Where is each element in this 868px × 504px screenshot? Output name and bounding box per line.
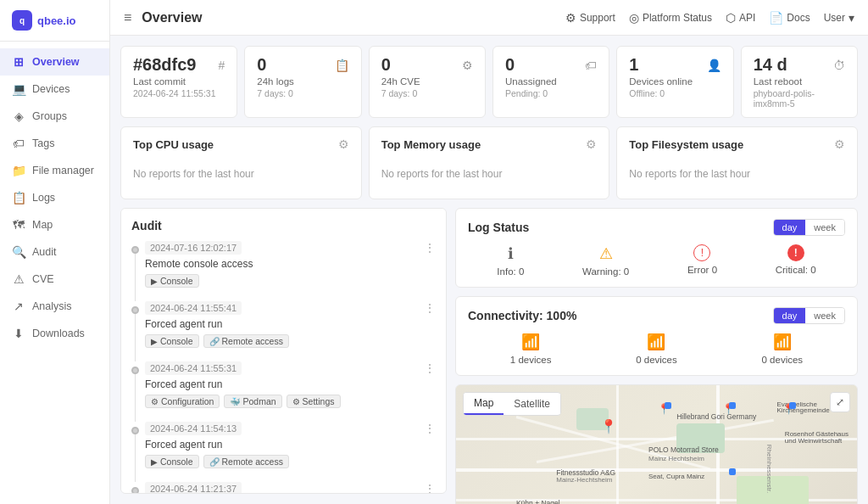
tag-label-1-1: Remote access [222,336,283,346]
stat-label-5: Last reboot [754,76,845,87]
wifi-green-icon: 📶 [521,333,540,351]
wifi-yellow-icon: 📶 [647,333,665,351]
log-info-item: ℹ Info: 0 [497,244,524,277]
nav-label-5: Logs [32,192,55,204]
sidebar-item-downloads[interactable]: ⬇Downloads [0,320,109,347]
audit-tag-1-0[interactable]: ▶Console [145,334,199,348]
nav-label-3: Tags [32,137,54,149]
usage-gear-icon-2[interactable]: ⚙ [834,137,845,151]
sidebar-item-file-manager[interactable]: 📁File manager [0,157,109,184]
stat-sub-1: 7 days: 0 [257,88,348,98]
audit-tag-2-2[interactable]: ⚙Settings [287,395,341,408]
stat-label-2: 24h CVE [381,76,473,87]
conn-week-btn[interactable]: week [805,308,844,323]
right-panel: Log Status day week ℹ Info: 0 ⚠ [455,208,858,494]
nav-label-1: Devices [32,83,70,95]
sidebar-item-map[interactable]: 🗺Map [0,211,109,238]
nav-icon-10: ⬇ [12,327,25,340]
platform-status-icon: ◎ [629,11,639,25]
support-action[interactable]: ⚙ Support [565,11,615,25]
logo-icon: q [12,10,32,31]
info-label: Info: 0 [497,266,524,277]
api-action[interactable]: ⬡ API [726,11,755,25]
audit-item-header-0: 2024-07-16 12:02:17 ⋮ [145,241,436,255]
conn-day-btn[interactable]: day [774,308,806,323]
stat-sub-2: 7 days: 0 [381,88,473,98]
tag-icon-2-1: 🐳 [230,397,240,406]
nav-icon-3: 🏷 [12,137,25,150]
stat-label-4: Devices online [629,76,721,87]
log-day-btn[interactable]: day [774,220,806,235]
map-label-5: Mainz-Hechtsheim [556,476,612,484]
audit-title: Audit [131,219,436,232]
stat-value-4: 1 [629,55,638,75]
connectivity-percentage: 100% [547,309,577,322]
tag-icon-3-1: 🔗 [209,457,220,467]
audit-tags-0: ▶Console [145,274,436,288]
menu-icon[interactable]: ≡ [124,10,131,25]
map-street-1: Rheinhessenstr. [765,445,773,493]
usage-row: Top CPU usage ⚙ No reports for the last … [120,126,858,199]
wifi-gray-icon: 📶 [773,333,792,351]
audit-items-container: 2024-07-16 12:02:17 ⋮ Remote console acc… [131,241,436,494]
stat-card-4: 1 👤 Devices online Offline: 0 [616,46,733,118]
stat-icon-0: # [219,59,225,72]
map-btn[interactable]: Map [464,393,504,415]
audit-tag-2-1[interactable]: 🐳Podman [224,395,281,408]
sidebar-item-overview[interactable]: ⊞Overview [0,48,109,76]
audit-tag-3-0[interactable]: ▶Console [145,455,199,468]
connectivity-card: Connectivity: 100% day week 📶 1 devices [455,296,858,376]
audit-more-btn-2[interactable]: ⋮ [424,361,436,375]
map-label-1: Hillebrand Gori Germany [676,412,756,421]
tag-icon-1-1: 🔗 [209,337,220,346]
content-area: #68dfc9 # Last commit 2024-06-24 11:55:3… [110,36,868,504]
audit-action-0: Remote console access [145,258,436,270]
sidebar-item-audit[interactable]: 🔍Audit [0,238,109,266]
usage-card-0: Top CPU usage ⚙ No reports for the last … [120,126,362,199]
stat-top-1: 0 📋 [257,55,348,75]
audit-tag-3-1[interactable]: 🔗Remote access [203,455,289,468]
audit-more-btn-1[interactable]: ⋮ [424,301,436,315]
page-title: Overview [142,10,555,25]
sidebar-item-devices[interactable]: 💻Devices [0,76,109,103]
conn-yellow-label: 0 devices [636,355,677,365]
audit-more-btn-4[interactable]: ⋮ [424,482,436,494]
nav-icon-8: ⚠ [12,272,25,286]
usage-gear-icon-1[interactable]: ⚙ [586,137,597,151]
map-label-2: POLO Motorrad Store [648,445,719,454]
user-action[interactable]: User ▾ [824,11,854,25]
audit-more-btn-0[interactable]: ⋮ [424,241,436,255]
audit-tag-1-1[interactable]: 🔗Remote access [203,334,289,348]
audit-tag-2-0[interactable]: ⚙Configuration [145,395,220,408]
stat-icon-4: 👤 [707,59,721,72]
tag-icon-0-0: ▶ [151,277,158,286]
log-week-btn[interactable]: week [805,220,844,235]
stat-label-3: Unassigned [505,76,597,87]
map-expand-btn[interactable]: ⤢ [830,392,850,412]
sidebar-item-logs[interactable]: 📋Logs [0,184,109,211]
audit-tag-0-0[interactable]: ▶Console [145,274,199,288]
usage-header-0: Top CPU usage ⚙ [133,137,349,151]
user-chevron-icon: ▾ [849,11,854,25]
audit-item-2: 2024-06-24 11:55:31 ⋮ Forced agent run ⚙… [131,361,436,408]
nav-label-8: CVE [32,273,54,285]
conn-green-item: 📶 1 devices [510,333,552,365]
usage-gear-icon-0[interactable]: ⚙ [338,137,349,151]
audit-dot-0 [131,246,139,254]
nav-label-2: Groups [32,110,67,122]
warning-label: Warning: 0 [582,266,629,277]
sidebar-item-groups[interactable]: ◈Groups [0,103,109,130]
sidebar-item-tags[interactable]: 🏷Tags [0,130,109,157]
audit-more-btn-3[interactable]: ⋮ [424,422,436,435]
usage-body-0: No reports for the last hour [133,160,349,188]
sidebar-item-cve[interactable]: ⚠CVE [0,266,109,293]
stat-card-0: #68dfc9 # Last commit 2024-06-24 11:55:3… [120,46,237,118]
tag-label-2-1: Podman [242,396,275,406]
tag-icon-3-0: ▶ [151,457,158,467]
audit-item-header-4: 2024-06-24 11:21:37 ⋮ [145,482,436,494]
map-label-12: und Weinwirtschaft [785,437,842,445]
platform-status-action[interactable]: ◎ Platform Status [629,11,712,25]
docs-action[interactable]: 📄 Docs [769,11,810,25]
sidebar-item-analysis[interactable]: ↗Analysis [0,293,109,320]
satellite-btn[interactable]: Satellite [504,394,560,414]
